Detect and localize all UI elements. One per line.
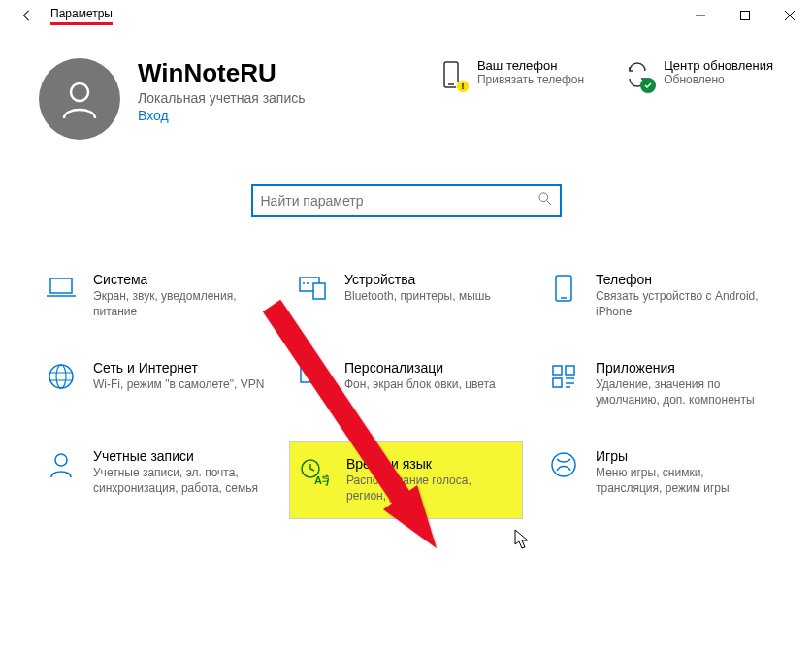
- tile-devices[interactable]: УстройстваBluetooth, принтеры, мышь: [290, 266, 522, 325]
- warning-badge-icon: !: [456, 80, 470, 93]
- phone-tile-icon: [547, 272, 580, 305]
- titlebar: Параметры: [0, 0, 812, 31]
- time-lang-icon: A字: [298, 456, 331, 489]
- check-badge-icon: [640, 78, 656, 93]
- maximize-button[interactable]: [723, 0, 767, 31]
- tile-desc: Распознавание голоса, регион, дата: [346, 474, 514, 504]
- tile-title: Телефон: [596, 272, 767, 287]
- svg-point-12: [307, 282, 309, 284]
- tile-accounts[interactable]: Учетные записиУчетные записи, эл. почта,…: [39, 442, 271, 517]
- tile-network[interactable]: Сеть и ИнтернетWi-Fi, режим "в самолете"…: [39, 354, 271, 413]
- svg-rect-19: [301, 367, 320, 382]
- search-icon: [538, 192, 552, 210]
- svg-point-29: [552, 453, 575, 476]
- tile-desc: Фон, экран блок овки, цвета: [344, 377, 496, 393]
- tile-title: Система: [93, 272, 265, 287]
- tile-desc: Учетные записи, эл. почта, синхронизация…: [93, 466, 265, 496]
- svg-point-26: [55, 454, 67, 466]
- svg-line-6: [546, 201, 550, 205]
- tile-title: Учетные записи: [93, 448, 265, 464]
- phone-status[interactable]: ! Ваш телефон Привязать телефон: [435, 58, 584, 91]
- search-box[interactable]: [251, 184, 562, 217]
- tile-title: Сеть и Интернет: [93, 360, 264, 376]
- svg-rect-13: [556, 276, 571, 301]
- search-wrap: [0, 159, 812, 227]
- tile-desc: Удаление, значения по умолчанию, доп. ко…: [596, 377, 767, 408]
- header: WinNoteRU Локальная учетная запись Вход …: [0, 31, 812, 159]
- tile-desc: Wi-Fi, режим "в самолете", VPN: [93, 377, 264, 393]
- svg-point-5: [538, 193, 547, 202]
- avatar[interactable]: [39, 58, 120, 140]
- devices-icon: [296, 272, 329, 305]
- tile-phone[interactable]: ТелефонСвязать устройство с Android, iPh…: [541, 266, 773, 325]
- update-status[interactable]: Центр обновления Обновлено: [621, 58, 773, 91]
- tile-desc: Связать устройство с Android, iPhone: [596, 289, 767, 319]
- minimize-button[interactable]: [678, 0, 723, 31]
- account-name: WinNoteRU: [138, 58, 398, 88]
- tile-system[interactable]: СистемаЭкран, звук, уведомления, питание: [39, 266, 271, 325]
- back-button[interactable]: [12, 0, 43, 31]
- tile-personalization[interactable]: ПерсонализациФон, экран блок овки, цвета: [290, 354, 522, 413]
- tile-desc: Экран, звук, уведомления, питание: [93, 289, 265, 319]
- signin-link[interactable]: Вход: [138, 108, 398, 123]
- svg-point-15: [49, 365, 73, 388]
- tile-gaming[interactable]: ИгрыМеню игры, снимки, трансляция, режим…: [541, 442, 773, 517]
- person-icon: [45, 448, 78, 481]
- update-sub: Обновлено: [664, 73, 773, 86]
- phone-title: Ваш телефон: [477, 58, 584, 73]
- settings-grid: СистемаЭкран, звук, уведомления, питание…: [0, 227, 812, 518]
- phone-sub: Привязать телефон: [477, 73, 584, 86]
- window-title: Параметры: [50, 7, 113, 25]
- globe-icon: [45, 360, 78, 393]
- search-input[interactable]: [261, 193, 538, 209]
- svg-rect-22: [553, 378, 562, 387]
- svg-rect-1: [741, 12, 750, 20]
- apps-icon: [547, 360, 580, 393]
- svg-rect-7: [50, 278, 72, 293]
- tile-title: Устройства: [344, 272, 491, 287]
- svg-rect-21: [566, 366, 574, 375]
- svg-text:A字: A字: [314, 474, 329, 486]
- window-controls: [678, 0, 812, 31]
- phone-icon: !: [435, 58, 468, 91]
- close-button[interactable]: [767, 0, 812, 31]
- tile-desc: Меню игры, снимки, трансляция, режим игр…: [596, 466, 767, 496]
- cursor-icon: [514, 529, 532, 550]
- tile-time-language[interactable]: A字 Время и языкРаспознавание голоса, рег…: [290, 442, 522, 517]
- svg-rect-10: [313, 283, 325, 299]
- account-block: WinNoteRU Локальная учетная запись Вход: [138, 58, 398, 123]
- laptop-icon: [45, 272, 78, 305]
- svg-point-2: [71, 83, 88, 101]
- tile-apps[interactable]: ПриложенияУдаление, значения по умолчани…: [541, 354, 773, 413]
- svg-point-16: [56, 365, 66, 388]
- tile-title: Приложения: [596, 360, 767, 376]
- paint-icon: [296, 360, 329, 393]
- update-title: Центр обновления: [664, 58, 773, 73]
- tile-desc: Bluetooth, принтеры, мышь: [344, 289, 491, 305]
- tile-title: Игры: [596, 448, 767, 464]
- account-type: Локальная учетная запись: [138, 90, 398, 106]
- xbox-icon: [547, 448, 580, 481]
- tile-title: Персонализаци: [344, 360, 496, 376]
- tile-title: Время и язык: [346, 456, 514, 472]
- svg-rect-20: [553, 366, 562, 375]
- update-icon: [621, 58, 654, 91]
- svg-point-11: [303, 282, 305, 284]
